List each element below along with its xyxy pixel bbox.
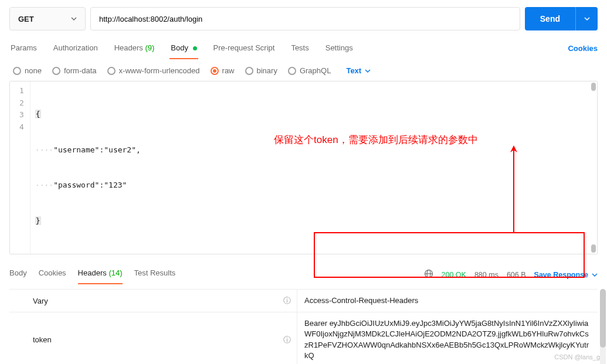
code-text: } [35,216,41,225]
header-key: Vary [33,297,48,305]
http-method-label: GET [18,15,34,23]
body-type-raw[interactable]: raw [211,66,235,75]
content-type-select[interactable]: Text [346,66,371,75]
chevron-down-icon [584,16,590,22]
radio-label: binary [257,66,277,75]
header-key: token [33,335,52,344]
response-tab-body[interactable]: Body [9,265,27,284]
chevron-down-icon [592,272,598,278]
radio-icon [52,67,60,75]
response-tab-test-results[interactable]: Test Results [134,265,176,284]
watermark: CSDN @lans_g [554,353,600,360]
body-indicator-icon [193,46,197,50]
info-icon[interactable]: ⓘ [283,295,291,306]
radio-icon [107,67,116,75]
code-area[interactable]: { ····"username":"user2", ····"password"… [30,81,597,254]
radio-label: none [25,66,42,75]
tab-headers[interactable]: Headers (9) [113,39,156,59]
radio-label: form-data [64,66,97,75]
whitespace: ···· [35,145,53,154]
response-tab-headers-label: Headers [78,268,107,277]
scrollbar-track[interactable] [600,289,606,364]
body-type-none[interactable]: none [13,66,42,75]
line-gutter: 1234 [10,81,30,254]
tab-tests[interactable]: Tests [290,39,310,59]
radio-label: raw [222,66,235,75]
radio-icon [13,67,21,75]
send-button[interactable]: Send [525,7,575,30]
send-dropdown-button[interactable] [575,7,598,30]
save-response-button[interactable]: Save Response [534,271,598,279]
tab-settings[interactable]: Settings [324,39,354,59]
table-row: tokenⓘ Bearer eyJhbGciOiJIUzUxMiJ9.eyJpc… [9,312,598,364]
content-type-label: Text [346,66,361,75]
response-time: 880 ms [474,271,499,279]
response-headers-table: Varyⓘ Access-Control-Request-Headers tok… [9,289,598,364]
scrollbar[interactable] [591,83,596,91]
info-icon[interactable]: ⓘ [283,335,291,345]
http-method-select[interactable]: GET [9,7,86,30]
response-size: 606 B [507,271,526,279]
headers-count: (9) [145,43,154,52]
tab-headers-label: Headers [114,43,143,52]
url-input[interactable] [90,7,520,30]
code-text: { [35,110,41,118]
body-type-graphql[interactable]: GraphQL [288,66,331,75]
body-type-form-data[interactable]: form-data [52,66,97,75]
tab-params[interactable]: Params [9,39,38,59]
tab-body-label: Body [171,43,188,52]
radio-icon [211,67,219,75]
radio-label: GraphQL [300,66,331,75]
tab-authorization[interactable]: Authorization [52,39,99,59]
response-headers-count: (14) [108,268,122,277]
radio-icon [288,67,296,75]
globe-icon[interactable] [424,269,433,280]
header-value: Access-Control-Request-Headers [304,295,418,306]
whitespace: ···· [35,181,53,189]
body-type-urlencoded[interactable]: x-www-form-urlencoded [107,66,200,75]
tab-pre-request[interactable]: Pre-request Script [212,39,276,59]
chevron-down-icon [71,15,77,23]
response-tab-headers[interactable]: Headers (14) [78,265,123,284]
body-type-binary[interactable]: binary [245,66,277,75]
radio-label: x-www-form-urlencoded [119,66,200,75]
chevron-down-icon [365,68,371,74]
table-row: Varyⓘ Access-Control-Request-Headers [9,289,598,312]
cookies-link[interactable]: Cookies [568,39,598,59]
code-text: "username":"user2", [53,145,141,154]
scrollbar[interactable] [591,244,596,253]
scrollbar-thumb[interactable] [600,289,606,348]
header-value: Bearer eyJhbGciOiJIUzUxMiJ9.eyJpc3MiOiJy… [304,318,591,361]
status-code: 200 OK [442,271,466,279]
body-editor[interactable]: 1234 { ····"username":"user2", ····"pass… [9,81,598,254]
tab-body[interactable]: Body [169,39,198,59]
code-text: "password":"123" [53,181,127,189]
response-tab-cookies[interactable]: Cookies [39,265,66,284]
radio-icon [245,67,253,75]
save-response-label: Save Response [534,271,588,279]
